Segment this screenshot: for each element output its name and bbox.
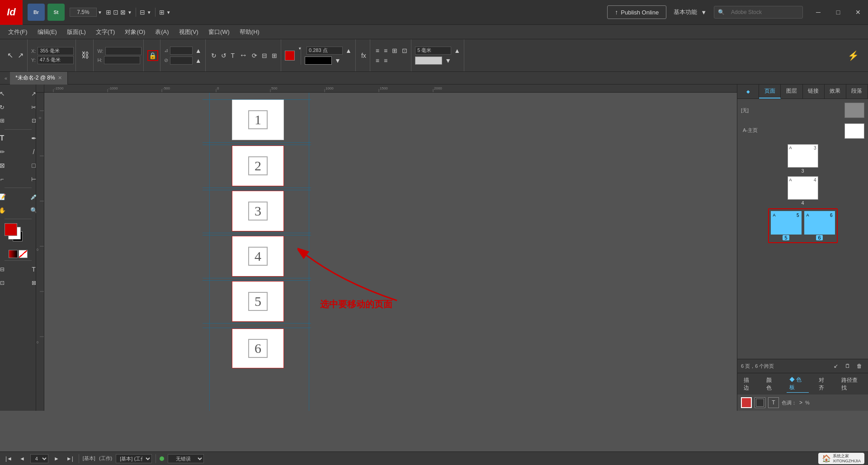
- page-row-6[interactable]: A 6 6: [804, 211, 835, 240]
- adobe-stock-input[interactable]: [726, 7, 799, 17]
- zoom-input[interactable]: 7.5%: [70, 8, 97, 17]
- next-page-btn[interactable]: ►: [52, 456, 61, 462]
- tab-panel-para[interactable]: 段落: [846, 85, 868, 99]
- menu-window[interactable]: 窗口(W): [204, 26, 234, 38]
- page-row-3[interactable]: A 3 3: [788, 144, 818, 174]
- page-3[interactable]: 3: [232, 191, 284, 231]
- canvas-area[interactable]: -1500 -1000 -500 0 500 1000 1500 2000: [36, 85, 737, 411]
- menu-help[interactable]: 帮助(H): [235, 26, 264, 38]
- toolbar-icon-1[interactable]: ⊞: [106, 9, 111, 16]
- page-4[interactable]: 4: [232, 236, 284, 277]
- h-input[interactable]: [104, 56, 140, 64]
- toolbar-icon-2[interactable]: ⊡: [113, 9, 118, 16]
- close-button[interactable]: ✕: [848, 0, 868, 25]
- error-dropdown[interactable]: 无错误: [168, 454, 204, 463]
- constrain-icon[interactable]: ⛓: [80, 50, 91, 61]
- page-thumb-3[interactable]: A 3: [788, 144, 818, 168]
- hand-tool[interactable]: ✋: [0, 204, 18, 216]
- text-icon[interactable]: T: [229, 51, 237, 60]
- align-center2-icon[interactable]: ≡: [382, 56, 389, 65]
- fill-dropdown[interactable]: ▼: [298, 47, 302, 51]
- shear-input[interactable]: [170, 56, 193, 65]
- page-row-4[interactable]: A 4 4: [788, 176, 818, 206]
- tone-arrow[interactable]: >: [799, 399, 802, 406]
- direct-select-tool[interactable]: ↗: [16, 50, 25, 61]
- rect-frame-tool[interactable]: ⊟: [0, 263, 18, 276]
- measure-up[interactable]: ▲: [452, 46, 462, 55]
- gradient-swatch[interactable]: [9, 250, 18, 258]
- menu-view[interactable]: 视图(V): [175, 26, 203, 38]
- swatch-text[interactable]: T: [768, 397, 779, 408]
- fill-swatch[interactable]: [5, 223, 17, 236]
- select-tool[interactable]: ↖: [5, 50, 15, 61]
- toolbar-dropdown-2[interactable]: ▼: [147, 10, 151, 15]
- page-thumb-6[interactable]: A 6: [804, 211, 835, 235]
- x-input[interactable]: [38, 47, 74, 55]
- toolbar-dropdown-3[interactable]: ▼: [166, 10, 171, 15]
- last-page-btn[interactable]: ►|: [65, 456, 75, 462]
- workspace-dropdown[interactable]: ▼: [701, 9, 707, 16]
- base-dropdown[interactable]: [基本] (工作): [116, 454, 152, 463]
- menu-object[interactable]: 对象(O): [120, 26, 150, 38]
- page-number-select[interactable]: 4: [30, 454, 48, 463]
- table-tool[interactable]: ⊞: [0, 114, 18, 127]
- lightning-icon[interactable]: ⚡: [846, 49, 861, 62]
- measure-input[interactable]: [415, 47, 451, 55]
- page-5[interactable]: 5: [232, 281, 284, 322]
- toolbar-dropdown-1[interactable]: ▼: [127, 10, 132, 15]
- fill-color[interactable]: [285, 51, 295, 61]
- stroke-up[interactable]: ▲: [344, 46, 354, 55]
- menu-layout[interactable]: 版面(L): [62, 26, 90, 38]
- first-page-btn[interactable]: |◄: [4, 456, 14, 462]
- pencil-tool[interactable]: ✏: [0, 146, 18, 158]
- zoom-dropdown-icon[interactable]: ▼: [98, 10, 102, 15]
- flip-h-icon[interactable]: ↔: [237, 50, 249, 61]
- frame-tool[interactable]: ⊠: [0, 159, 18, 172]
- rotate-ccw-icon[interactable]: ↺: [219, 51, 228, 60]
- none-thumb[interactable]: [844, 103, 864, 118]
- w-input[interactable]: [105, 47, 142, 55]
- flip-v-icon[interactable]: ⟳: [250, 51, 259, 60]
- tab-panel-effects[interactable]: 效果: [825, 85, 846, 99]
- stroke-input[interactable]: [307, 47, 343, 55]
- menu-table[interactable]: 表(A): [151, 26, 173, 38]
- align-center-icon[interactable]: ≡: [382, 46, 389, 55]
- maximize-button[interactable]: □: [828, 0, 848, 25]
- page-thumb-4[interactable]: A 4: [788, 176, 818, 200]
- toolbar-icon-4[interactable]: ⊟: [140, 9, 145, 16]
- tab-path[interactable]: 路径查找: [839, 376, 864, 393]
- toolbar-icon-5[interactable]: ⊞: [159, 9, 165, 16]
- measure-dropdown[interactable]: ▼: [443, 56, 453, 65]
- pages-canvas[interactable]: 1 2 3: [44, 93, 737, 411]
- note-tool[interactable]: 📝: [0, 190, 18, 203]
- page-6[interactable]: 6: [232, 329, 284, 368]
- y-input[interactable]: [38, 56, 74, 64]
- angle-up[interactable]: ▲: [193, 46, 203, 55]
- align-left-icon[interactable]: ≡: [374, 46, 381, 55]
- no-fill-swatch[interactable]: [19, 250, 28, 258]
- fx-icon[interactable]: fx: [359, 51, 368, 60]
- tab-color[interactable]: 颜色: [764, 376, 779, 393]
- layer-tool[interactable]: ⊡: [0, 277, 18, 289]
- tab-align[interactable]: 对齐: [816, 376, 831, 393]
- swatch-frame[interactable]: [755, 397, 765, 408]
- collapse-left-icon[interactable]: «: [2, 75, 10, 81]
- align-icon[interactable]: ⊞: [270, 51, 279, 60]
- text-tool[interactable]: T: [0, 132, 18, 145]
- publish-online-button[interactable]: ↑ Publish Online: [607, 5, 666, 19]
- page-1[interactable]: 1: [232, 99, 284, 140]
- tab-panel-pages[interactable]: 页面: [759, 85, 781, 99]
- tab-panel-links[interactable]: 链接: [803, 85, 825, 99]
- corner-tool[interactable]: ⌐: [0, 173, 18, 185]
- page-2[interactable]: 2: [232, 146, 284, 186]
- master-a-thumb[interactable]: [844, 123, 864, 139]
- angle-input[interactable]: [170, 47, 193, 55]
- swatch-red[interactable]: [741, 397, 752, 408]
- panel-new-page-btn[interactable]: 🗒: [843, 361, 853, 371]
- minimize-button[interactable]: ─: [808, 0, 828, 25]
- menu-edit[interactable]: 编辑(E): [33, 26, 61, 38]
- page-thumb-5[interactable]: A 5: [771, 211, 802, 235]
- expand-icon[interactable]: ⊡: [400, 46, 409, 55]
- page-row-5[interactable]: A 5 5: [771, 211, 802, 240]
- tab-stroke[interactable]: 描边: [741, 376, 756, 393]
